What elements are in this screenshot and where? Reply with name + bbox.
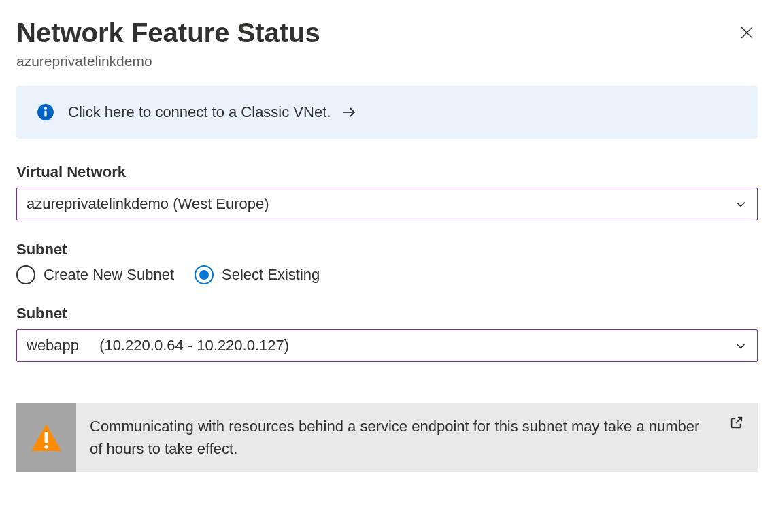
radio-circle-selected-icon xyxy=(195,265,214,284)
virtual-network-label: Virtual Network xyxy=(16,163,758,181)
radio-create-new-subnet[interactable]: Create New Subnet xyxy=(16,265,174,284)
subnet-mode-radio-group: Create New Subnet Select Existing xyxy=(16,265,758,284)
svg-line-9 xyxy=(736,418,741,423)
warning-icon xyxy=(30,421,63,454)
svg-point-8 xyxy=(44,445,48,449)
radio-create-new-label: Create New Subnet xyxy=(44,266,174,284)
classic-vnet-banner[interactable]: Click here to connect to a Classic VNet. xyxy=(16,86,758,139)
close-icon xyxy=(739,24,755,41)
subnet-label: Subnet xyxy=(16,305,758,322)
warning-icon-container xyxy=(16,403,76,472)
radio-circle-icon xyxy=(16,265,35,284)
virtual-network-value: azureprivatelinkdemo (West Europe) xyxy=(27,195,269,213)
page-title: Network Feature Status xyxy=(16,16,320,49)
svg-rect-7 xyxy=(45,432,48,443)
radio-select-existing-label: Select Existing xyxy=(222,266,320,284)
svg-point-4 xyxy=(44,107,47,110)
subnet-name: webapp xyxy=(27,337,79,354)
info-icon xyxy=(37,103,54,121)
virtual-network-select[interactable]: azureprivatelinkdemo (West Europe) xyxy=(16,188,758,220)
subnet-range: (10.220.0.64 - 10.220.0.127) xyxy=(99,337,289,354)
chevron-down-icon xyxy=(734,339,747,352)
radio-select-existing[interactable]: Select Existing xyxy=(195,265,320,284)
warning-banner: Communicating with resources behind a se… xyxy=(16,403,758,472)
warning-text: Communicating with resources behind a se… xyxy=(76,403,729,472)
subnet-value: webapp (10.220.0.64 - 10.220.0.127) xyxy=(27,337,289,354)
arrow-right-icon xyxy=(341,104,357,120)
subnet-select[interactable]: webapp (10.220.0.64 - 10.220.0.127) xyxy=(16,329,758,362)
svg-rect-3 xyxy=(44,111,46,117)
info-banner-text: Click here to connect to a Classic VNet. xyxy=(68,103,331,121)
external-link-icon[interactable] xyxy=(729,415,744,430)
subnet-mode-label: Subnet xyxy=(16,241,758,259)
chevron-down-icon xyxy=(734,197,747,211)
close-button[interactable] xyxy=(736,22,758,44)
page-subtitle: azureprivatelinkdemo xyxy=(16,53,758,69)
